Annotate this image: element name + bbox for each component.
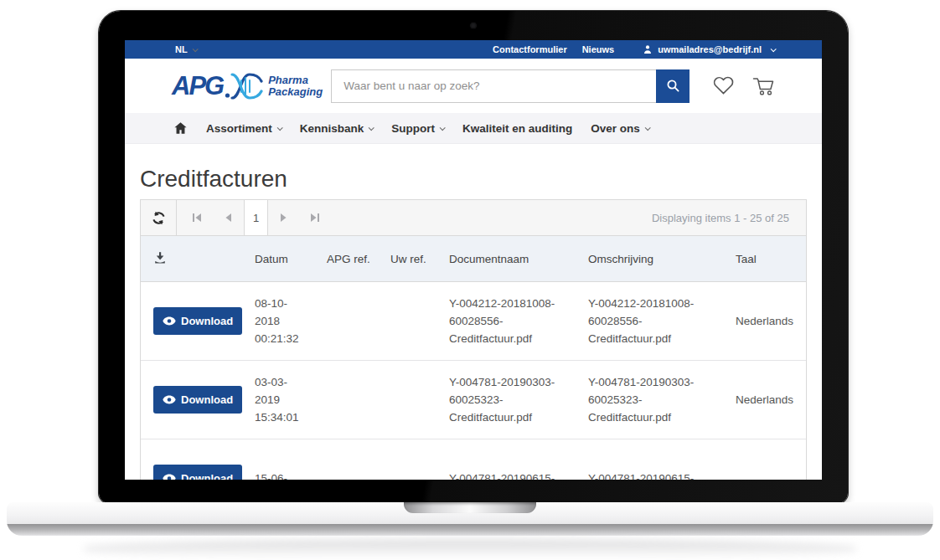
chevron-down-icon <box>276 125 282 131</box>
logo-tagline-2: Packaging <box>268 85 323 98</box>
table-row: Download 08-10- 2018 00:21:32 Y-004212-2… <box>141 282 806 361</box>
cell-documentnaam: Y-004781-20190303- 60025323- Creditfactu… <box>442 368 581 431</box>
site-header: APG Pharma Packaging <box>125 59 822 113</box>
main-content: Creditfacturen <box>125 166 822 480</box>
chevron-down-icon <box>645 125 651 131</box>
cart-icon <box>751 75 775 96</box>
chevron-down-icon <box>771 46 777 52</box>
table-toolbar: 1 Displaying items 1 - 25 of 25 <box>140 199 807 236</box>
user-icon <box>643 44 653 55</box>
download-button[interactable]: Download <box>153 307 242 335</box>
cell-uw-ref <box>384 395 442 405</box>
eye-icon <box>163 395 176 404</box>
laptop-base <box>7 502 933 536</box>
cell-uw-ref <box>384 474 442 480</box>
cell-uw-ref <box>384 316 442 326</box>
cell-datum: 15-06- <box>248 465 320 480</box>
laptop-reflection <box>84 539 856 559</box>
logo-tagline-1: Pharma <box>268 74 308 86</box>
heart-icon <box>712 75 735 96</box>
last-page-icon <box>309 213 320 223</box>
first-page-button[interactable] <box>182 200 213 235</box>
chevron-down-icon <box>192 46 198 52</box>
cell-documentnaam: Y-004212-20181008- 60028556- Creditfactu… <box>442 290 581 352</box>
current-page[interactable]: 1 <box>244 200 268 235</box>
col-header-documentnaam[interactable]: Documentnaam <box>442 248 581 270</box>
topbar: NL Contactformulier Nieuws uwmailadres@b… <box>125 40 822 59</box>
cell-taal: Nederlands <box>729 386 806 414</box>
language-selector[interactable]: NL <box>175 44 197 54</box>
cell-omschrijving: Y-004781-20190615- <box>581 465 729 480</box>
search-box <box>331 69 690 103</box>
download-icon <box>153 251 167 265</box>
nav-home[interactable] <box>173 121 188 135</box>
chevron-down-icon <box>440 125 446 131</box>
col-header-uw-ref[interactable]: Uw ref. <box>384 248 442 270</box>
main-nav: Assortiment Kennisbank Support Kwaliteit… <box>125 113 822 144</box>
cell-omschrijving: Y-004781-20190303- 60025323- Creditfactu… <box>581 368 729 431</box>
search-input[interactable] <box>331 69 656 103</box>
download-all-header[interactable] <box>141 246 248 272</box>
nav-item-over-ons[interactable]: Over ons <box>591 122 649 135</box>
account-menu[interactable]: uwmailadres@bedrijf.nl <box>643 44 775 55</box>
prev-page-icon <box>225 213 232 223</box>
nav-item-support[interactable]: Support <box>391 122 444 135</box>
last-page-button[interactable] <box>299 200 330 235</box>
search-icon <box>666 79 680 93</box>
nav-item-assortiment[interactable]: Assortiment <box>206 122 281 135</box>
cell-apg-ref <box>320 395 384 405</box>
cell-apg-ref <box>320 316 384 326</box>
cell-taal <box>729 474 806 480</box>
eye-icon <box>163 316 176 326</box>
col-header-omschrijving[interactable]: Omschrijving <box>581 248 729 270</box>
download-button[interactable]: Download <box>153 465 242 480</box>
wishlist-button[interactable] <box>712 75 735 96</box>
refresh-button[interactable] <box>141 200 177 235</box>
home-icon <box>173 121 188 135</box>
refresh-icon <box>152 211 166 225</box>
col-header-apg-ref[interactable]: APG ref. <box>320 248 384 270</box>
cell-datum: 08-10- 2018 00:21:32 <box>248 290 320 352</box>
cell-documentnaam: Y-004781-20190615- <box>442 465 581 480</box>
language-label: NL <box>175 44 188 54</box>
nav-item-kennisbank[interactable]: Kennisbank <box>300 122 374 135</box>
prev-page-button[interactable] <box>213 200 244 235</box>
cart-button[interactable] <box>751 75 775 96</box>
paging-status: Displaying items 1 - 25 of 25 <box>652 212 806 224</box>
laptop-lid: NL Contactformulier Nieuws uwmailadres@b… <box>99 11 848 503</box>
logo-acronym: APG <box>172 73 223 99</box>
table-row: Download 15-06- Y-004781-20190615- Y-004… <box>141 439 806 480</box>
col-header-taal[interactable]: Taal <box>729 248 806 270</box>
topbar-link-contactformulier[interactable]: Contactformulier <box>493 44 567 54</box>
logo[interactable]: APG Pharma Packaging <box>172 71 323 101</box>
eye-icon <box>163 474 176 480</box>
dna-helix-icon <box>225 71 263 101</box>
laptop-screen: NL Contactformulier Nieuws uwmailadres@b… <box>125 40 822 480</box>
cell-datum: 03-03- 2019 15:34:01 <box>248 368 320 431</box>
next-page-button[interactable] <box>268 200 299 235</box>
documents-table: Datum APG ref. Uw ref. Documentnaam Omsc… <box>140 236 807 480</box>
next-page-icon <box>280 213 287 223</box>
chevron-down-icon <box>369 125 374 131</box>
webcam-icon <box>471 23 477 28</box>
cell-taal: Nederlands <box>729 307 806 335</box>
search-button[interactable] <box>656 69 690 103</box>
table-header-row: Datum APG ref. Uw ref. Documentnaam Omsc… <box>141 236 806 282</box>
first-page-icon <box>192 213 203 223</box>
table-row: Download 03-03- 2019 15:34:01 Y-004781-2… <box>141 361 806 439</box>
page-title: Creditfacturen <box>140 166 807 193</box>
download-button[interactable]: Download <box>153 386 242 414</box>
cell-omschrijving: Y-004212-20181008- 60028556- Creditfactu… <box>581 290 729 352</box>
account-email: uwmailadres@bedrijf.nl <box>658 44 762 54</box>
topbar-link-nieuws[interactable]: Nieuws <box>582 44 615 54</box>
nav-item-kwaliteit[interactable]: Kwaliteit en auditing <box>462 122 572 135</box>
cell-apg-ref <box>320 474 384 480</box>
laptop-base-notch <box>404 502 536 513</box>
col-header-datum[interactable]: Datum <box>248 248 320 270</box>
